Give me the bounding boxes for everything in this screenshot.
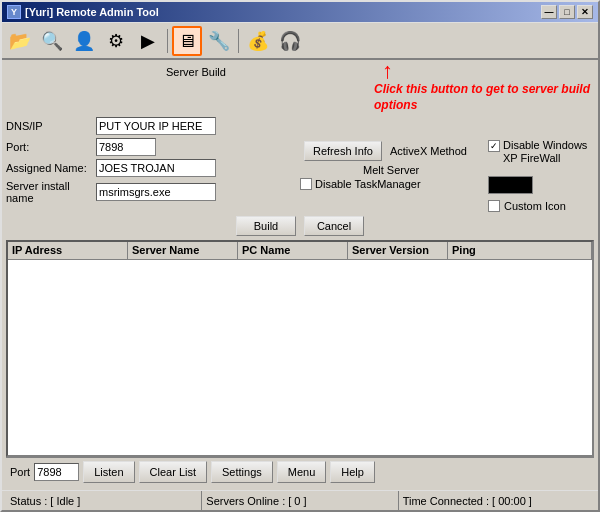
status-text: Status : [ Idle ] <box>10 495 80 507</box>
server-icon: 🖥 <box>178 32 196 50</box>
disable-fw-row: Disable Windows XP FireWall <box>488 139 594 165</box>
disable-tm-checkbox[interactable] <box>300 178 312 190</box>
help-button[interactable]: Help <box>330 461 375 483</box>
toolbar-separator2 <box>238 29 239 53</box>
dns-label: DNS/IP <box>6 120 96 132</box>
annotation-text: Click this button to get to server build… <box>374 82 594 113</box>
search-icon: 🔍 <box>41 32 63 50</box>
terminal-icon: ▶ <box>141 32 155 50</box>
minimize-button[interactable]: — <box>541 5 557 19</box>
disable-fw-label: Disable Windows XP FireWall <box>503 139 594 165</box>
status-bar: Status : [ Idle ] Servers Online : [ 0 ]… <box>2 490 598 510</box>
install-label: Server install name <box>6 180 96 204</box>
install-input[interactable] <box>96 183 216 201</box>
right-options: Refresh Info ActiveX Method Melt Server … <box>294 117 484 211</box>
server-build-label-area: Server Build <box>6 64 226 78</box>
toolbar-plugin-button[interactable]: 🔧 <box>204 26 234 56</box>
title-bar-left: Y [Yuri] Remote Admin Tool <box>7 5 159 19</box>
col-header-version: Server Version <box>348 242 448 259</box>
headset-icon: 🎧 <box>279 32 301 50</box>
toolbar-server-button[interactable]: 🖥 <box>172 26 202 56</box>
melt-label: Melt Server <box>363 164 419 176</box>
color-swatch[interactable] <box>488 176 533 194</box>
title-buttons: — □ ✕ <box>541 5 593 19</box>
clear-list-button[interactable]: Clear List <box>139 461 207 483</box>
port-input[interactable] <box>96 138 156 156</box>
col-header-ping: Ping <box>448 242 592 259</box>
port-row: Port: <box>6 138 294 156</box>
menu-button[interactable]: Menu <box>277 461 327 483</box>
col-header-pc: PC Name <box>238 242 348 259</box>
left-form: DNS/IP Port: Assigned Name: Server insta… <box>6 117 294 211</box>
install-row: Server install name <box>6 180 294 204</box>
activex-label: ActiveX Method <box>390 145 467 157</box>
assigned-label: Assigned Name: <box>6 162 96 174</box>
money-icon: 💰 <box>247 32 269 50</box>
list-body <box>8 260 592 455</box>
status-segment-servers: Servers Online : [ 0 ] <box>202 491 398 510</box>
col-header-ip: IP Adress <box>8 242 128 259</box>
toolbar-money-button[interactable]: 💰 <box>243 26 273 56</box>
title-bar: Y [Yuri] Remote Admin Tool — □ ✕ <box>2 2 598 22</box>
connection-list: IP Adress Server Name PC Name Server Ver… <box>6 240 594 457</box>
disable-tm-row: Disable TaskManager <box>300 178 484 190</box>
server-build-label: Server Build <box>166 66 226 78</box>
melt-row: Melt Server <box>300 164 484 176</box>
toolbar-open-button[interactable]: 📂 <box>5 26 35 56</box>
main-content: Server Build ↑ Click this button to get … <box>2 60 598 490</box>
toolbar-search-button[interactable]: 🔍 <box>37 26 67 56</box>
custom-icon-label: Custom Icon <box>504 200 566 212</box>
bottom-port-input[interactable] <box>34 463 79 481</box>
build-button[interactable]: Build <box>236 216 296 236</box>
close-button[interactable]: ✕ <box>577 5 593 19</box>
refresh-button[interactable]: Refresh Info <box>304 141 382 161</box>
col-header-server: Server Name <box>128 242 238 259</box>
toolbar-terminal-button[interactable]: ▶ <box>133 26 163 56</box>
annotation-area: Server Build ↑ Click this button to get … <box>6 64 594 113</box>
toolbar: 📂 🔍 👤 ⚙ ▶ 🖥 🔧 💰 🎧 <box>2 22 598 60</box>
dns-input[interactable] <box>96 117 216 135</box>
assigned-row: Assigned Name: <box>6 159 294 177</box>
port-label: Port: <box>6 141 96 153</box>
time-text: Time Connected : [ 00:00 ] <box>403 495 532 507</box>
assigned-input[interactable] <box>96 159 216 177</box>
bottom-port-label: Port <box>10 466 30 478</box>
arrow-annotation: ↑ Click this button to get to server bui… <box>374 60 594 113</box>
cancel-button[interactable]: Cancel <box>304 216 364 236</box>
refresh-row: Refresh Info ActiveX Method <box>300 119 484 161</box>
toolbar-separator <box>167 29 168 53</box>
far-right-options: Disable Windows XP FireWall Custom Icon <box>484 117 594 211</box>
status-segment-time: Time Connected : [ 00:00 ] <box>399 491 594 510</box>
bottom-toolbar: Port Listen Clear List Settings Menu Hel… <box>6 457 594 486</box>
main-window: Y [Yuri] Remote Admin Tool — □ ✕ 📂 🔍 👤 ⚙… <box>0 0 600 512</box>
dns-row: DNS/IP <box>6 117 294 135</box>
status-segment-idle: Status : [ Idle ] <box>6 491 202 510</box>
window-title: [Yuri] Remote Admin Tool <box>25 6 159 18</box>
plugin-icon: 🔧 <box>208 32 230 50</box>
disable-fw-checkbox[interactable] <box>488 140 500 152</box>
servers-text: Servers Online : [ 0 ] <box>206 495 306 507</box>
maximize-button[interactable]: □ <box>559 5 575 19</box>
build-cancel-row: Build Cancel <box>6 216 594 236</box>
listen-button[interactable]: Listen <box>83 461 134 483</box>
window-icon: Y <box>7 5 21 19</box>
toolbar-admin-button[interactable]: ⚙ <box>101 26 131 56</box>
disable-tm-label: Disable TaskManager <box>315 178 421 190</box>
admin-icon: ⚙ <box>108 32 124 50</box>
inner-form-area: DNS/IP Port: Assigned Name: Server insta… <box>6 117 594 211</box>
custom-icon-row: Custom Icon <box>488 200 594 212</box>
user-icon: 👤 <box>73 32 95 50</box>
arrow-icon: ↑ <box>382 60 393 82</box>
toolbar-headset-button[interactable]: 🎧 <box>275 26 305 56</box>
custom-icon-checkbox[interactable] <box>488 200 500 212</box>
list-header: IP Adress Server Name PC Name Server Ver… <box>8 242 592 260</box>
open-icon: 📂 <box>9 32 31 50</box>
toolbar-user-button[interactable]: 👤 <box>69 26 99 56</box>
settings-button[interactable]: Settings <box>211 461 273 483</box>
